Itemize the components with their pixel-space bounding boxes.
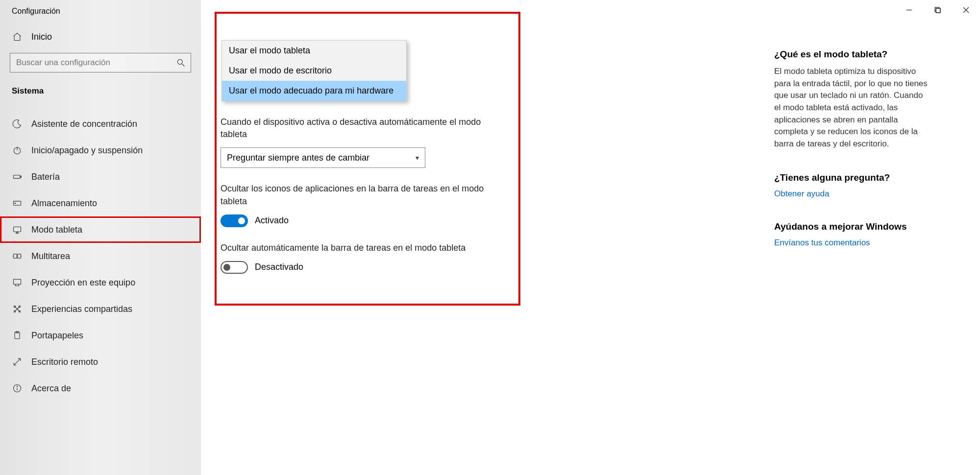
svg-rect-26 (936, 8, 940, 13)
auto-switch-label: Cuando el dispositivo activa o desactiva… (220, 116, 495, 141)
nav-item-storage[interactable]: Almacenamiento (0, 190, 201, 216)
nav-item-projecting[interactable]: Proyección en este equipo (0, 269, 201, 296)
aside-feedback-title: Ayúdanos a mejorar Windows (774, 221, 960, 232)
nav-label: Batería (31, 172, 60, 182)
nav-label: Multitarea (31, 251, 70, 261)
aside-question-title: ¿Tienes alguna pregunta? (774, 172, 960, 183)
close-button[interactable] (952, 0, 980, 20)
nav-label: Almacenamiento (31, 198, 97, 209)
svg-point-7 (15, 203, 16, 204)
chevron-down-icon: ▾ (416, 154, 419, 162)
get-help-link[interactable]: Obtener ayuda (774, 189, 960, 199)
clipboard-icon (12, 330, 23, 341)
svg-point-23 (17, 386, 17, 387)
nav-label: Asistente de concentración (31, 119, 137, 129)
home-icon (12, 31, 23, 42)
storage-icon (12, 198, 23, 209)
info-icon (12, 383, 23, 394)
nav-label: Proyección en este equipo (31, 278, 135, 288)
hide-icons-label: Ocultar los iconos de aplicaciones en la… (220, 183, 495, 207)
nav-item-battery[interactable]: Batería (0, 164, 201, 190)
nav-item-multitasking[interactable]: Multitarea (0, 243, 201, 269)
battery-icon (12, 171, 23, 182)
main-content: Usar el modo tableta Usar el modo de esc… (201, 0, 980, 475)
send-feedback-link[interactable]: Envíanos tus comentarios (774, 238, 960, 248)
search-input[interactable] (10, 53, 191, 72)
svg-point-0 (177, 59, 182, 64)
section-label: Sistema (0, 81, 201, 111)
nav-item-power[interactable]: Inicio/apagado y suspensión (0, 137, 201, 164)
hide-taskbar-state: Desactivado (255, 262, 303, 272)
share-icon (12, 304, 23, 314)
nav-item-shared-experiences[interactable]: Experiencias compartidas (0, 296, 201, 322)
nav-label: Experiencias compartidas (31, 304, 132, 314)
nav-item-remote-desktop[interactable]: Escritorio remoto (0, 349, 201, 375)
hide-taskbar-toggle[interactable] (220, 261, 248, 274)
maximize-button[interactable] (923, 0, 952, 20)
svg-rect-5 (21, 176, 22, 177)
nav-label: Inicio/apagado y suspensión (31, 145, 143, 156)
nav-label: Modo tableta (31, 225, 82, 235)
dropdown-option-desktop[interactable]: Usar el modo de escritorio (222, 61, 406, 81)
aside-panel: ¿Qué es el modo tableta? El modo tableta… (774, 20, 960, 455)
sidebar: Configuración Inicio Sistema Asistente d… (0, 0, 201, 475)
nav-home[interactable]: Inicio (0, 24, 201, 49)
svg-line-20 (14, 358, 20, 365)
window-title: Configuración (0, 7, 201, 24)
auto-switch-select[interactable]: Preguntar siempre antes de cambiar ▾ (220, 147, 425, 168)
hide-taskbar-label: Ocultar automáticamente la barra de tare… (220, 242, 495, 254)
nav-item-focus-assist[interactable]: Asistente de concentración (0, 111, 201, 137)
project-icon (12, 277, 23, 288)
remote-icon (12, 356, 23, 367)
tablet-icon (12, 224, 23, 235)
svg-rect-8 (14, 227, 21, 232)
nav-item-clipboard[interactable]: Portapapeles (0, 322, 201, 349)
svg-line-1 (182, 64, 185, 67)
svg-rect-10 (18, 254, 21, 258)
minimize-button[interactable] (895, 0, 923, 20)
power-icon (12, 145, 23, 156)
aside-what-is-title: ¿Qué es el modo tableta? (774, 49, 960, 60)
dropdown-option-hardware[interactable]: Usar el modo adecuado para mi hardware (222, 81, 406, 101)
hide-icons-toggle[interactable] (220, 214, 248, 227)
nav-item-tablet-mode[interactable]: Modo tableta (0, 216, 201, 243)
nav-item-about[interactable]: Acerca de (0, 375, 201, 402)
window-controls (895, 0, 980, 20)
search-icon (175, 57, 186, 68)
svg-rect-4 (14, 175, 20, 179)
aside-what-is-body: El modo tableta optimiza tu dispositivo … (774, 66, 931, 150)
svg-rect-9 (14, 254, 17, 258)
nav-label: Acerca de (31, 383, 71, 394)
signin-mode-dropdown[interactable]: Usar el modo tableta Usar el modo de esc… (221, 40, 407, 101)
nav-label: Escritorio remoto (31, 357, 98, 367)
auto-switch-value: Preguntar siempre antes de cambiar (227, 153, 369, 163)
dropdown-option-tablet[interactable]: Usar el modo tableta (222, 41, 406, 61)
svg-rect-13 (14, 279, 21, 284)
multitask-icon (12, 251, 23, 261)
moon-icon (12, 119, 23, 129)
hide-icons-state: Activado (255, 215, 289, 226)
nav-label: Portapapeles (31, 331, 83, 341)
nav-home-label: Inicio (31, 32, 52, 42)
